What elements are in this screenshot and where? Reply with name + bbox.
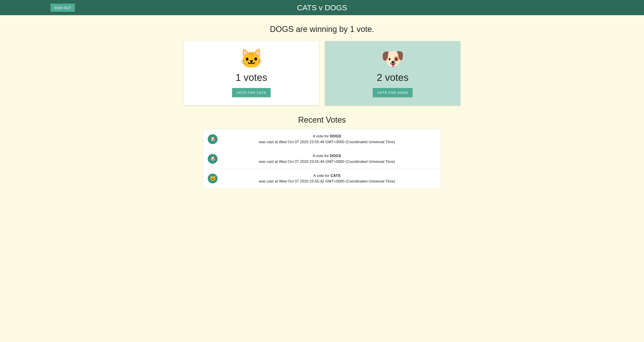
cats-card: 🐱 1 votes VOTE FOR CATS (184, 41, 319, 105)
recent-votes-title: Recent Votes (0, 115, 644, 125)
cat-icon: 🐱 (240, 49, 263, 68)
status-line: DOGS are winning by 1 vote. (0, 24, 644, 34)
list-item: 🐶 A vote for DOGS was cast at Wed Oct 07… (203, 129, 441, 149)
vote-line1-bold: DOGS (330, 154, 341, 158)
vote-line2: was cast at Wed Oct 07 2020 23:55:42 GMT… (259, 179, 395, 183)
vote-line2: was cast at Wed Oct 07 2020 23:55:46 GMT… (259, 140, 395, 144)
list-item: 🐱 A vote for CATS was cast at Wed Oct 07… (203, 169, 441, 188)
vote-text: A vote for DOGS was cast at Wed Oct 07 2… (218, 133, 436, 145)
app-title: CATS v DOGS (297, 3, 347, 12)
vote-line1-prefix: A vote for (313, 174, 330, 178)
vote-text: A vote for CATS was cast at Wed Oct 07 2… (218, 173, 436, 184)
dogs-vote-count: 2 votes (377, 72, 408, 83)
vote-text: A vote for DOGS was cast at Wed Oct 07 2… (218, 153, 436, 164)
header: SIGN OUT CATS v DOGS (0, 0, 644, 15)
vote-badge-icon: 🐶 (208, 134, 218, 144)
list-item: 🐶 A vote for DOGS was cast at Wed Oct 07… (203, 149, 441, 169)
signout-button[interactable]: SIGN OUT (50, 3, 75, 12)
vote-line1-prefix: A vote for (313, 154, 330, 158)
vote-cats-button[interactable]: VOTE FOR CATS (232, 88, 271, 97)
vote-badge-icon: 🐶 (208, 154, 218, 164)
vote-cards-row: 🐱 1 votes VOTE FOR CATS 🐶 2 votes VOTE F… (0, 41, 644, 105)
dog-icon: 🐶 (381, 49, 404, 68)
recent-votes-list: 🐶 A vote for DOGS was cast at Wed Oct 07… (203, 129, 441, 189)
dogs-card: 🐶 2 votes VOTE FOR DOGS (325, 41, 460, 105)
vote-line1-bold: CATS (330, 174, 340, 178)
vote-line2: was cast at Wed Oct 07 2020 23:55:44 GMT… (259, 159, 395, 164)
vote-line1-prefix: A vote for (313, 134, 330, 138)
vote-badge-icon: 🐱 (208, 174, 218, 183)
cats-vote-count: 1 votes (236, 72, 267, 83)
vote-dogs-button[interactable]: VOTE FOR DOGS (373, 88, 412, 97)
vote-line1-bold: DOGS (330, 134, 341, 138)
